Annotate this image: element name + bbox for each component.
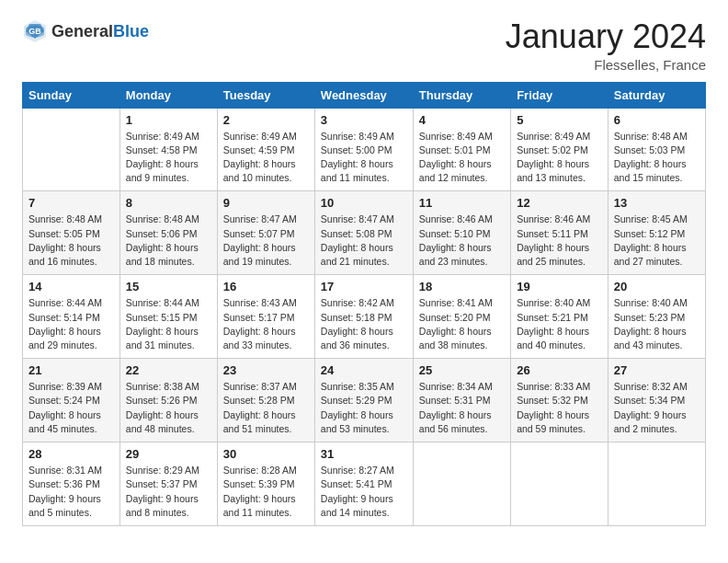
logo-blue: Blue [113, 22, 149, 40]
calendar-week-row: 1Sunrise: 8:49 AMSunset: 4:58 PMDaylight… [23, 108, 706, 191]
logo-general: General [51, 22, 113, 40]
calendar-cell: 31Sunrise: 8:27 AMSunset: 5:41 PMDayligh… [314, 442, 413, 526]
calendar-cell: 17Sunrise: 8:42 AMSunset: 5:18 PMDayligh… [314, 275, 413, 359]
day-details: Sunrise: 8:28 AMSunset: 5:39 PMDaylight:… [223, 464, 309, 520]
calendar-cell: 9Sunrise: 8:47 AMSunset: 5:07 PMDaylight… [217, 191, 314, 275]
day-number: 2 [223, 113, 309, 127]
day-number: 14 [28, 280, 114, 293]
day-number: 6 [614, 113, 700, 127]
day-number: 23 [223, 363, 309, 377]
calendar-cell: 13Sunrise: 8:45 AMSunset: 5:12 PMDayligh… [608, 191, 705, 275]
calendar-header-row: SundayMondayTuesdayWednesdayThursdayFrid… [23, 82, 706, 108]
day-number: 17 [321, 280, 407, 293]
calendar-cell [413, 442, 510, 526]
calendar-cell: 3Sunrise: 8:49 AMSunset: 5:00 PMDaylight… [314, 108, 413, 191]
calendar-week-row: 7Sunrise: 8:48 AMSunset: 5:05 PMDaylight… [23, 191, 706, 275]
day-number: 29 [126, 447, 211, 461]
day-details: Sunrise: 8:37 AMSunset: 5:28 PMDaylight:… [223, 380, 309, 436]
day-details: Sunrise: 8:48 AMSunset: 5:05 PMDaylight:… [28, 213, 114, 269]
day-number: 8 [126, 196, 211, 210]
day-number: 13 [614, 196, 700, 210]
day-number: 11 [419, 196, 505, 210]
calendar-cell [511, 442, 609, 526]
day-details: Sunrise: 8:42 AMSunset: 5:18 PMDaylight:… [321, 296, 407, 352]
calendar-cell: 7Sunrise: 8:48 AMSunset: 5:05 PMDaylight… [23, 191, 120, 275]
calendar-cell: 28Sunrise: 8:31 AMSunset: 5:36 PMDayligh… [23, 442, 120, 526]
location-title: Flesselles, France [506, 57, 706, 73]
day-number: 10 [321, 196, 407, 210]
day-details: Sunrise: 8:46 AMSunset: 5:10 PMDaylight:… [419, 213, 505, 269]
day-details: Sunrise: 8:27 AMSunset: 5:41 PMDaylight:… [321, 464, 407, 520]
day-number: 19 [517, 280, 602, 293]
calendar-cell: 25Sunrise: 8:34 AMSunset: 5:31 PMDayligh… [413, 359, 510, 442]
day-details: Sunrise: 8:46 AMSunset: 5:11 PMDaylight:… [517, 213, 602, 269]
day-details: Sunrise: 8:32 AMSunset: 5:34 PMDaylight:… [614, 380, 700, 436]
calendar-cell: 14Sunrise: 8:44 AMSunset: 5:14 PMDayligh… [23, 275, 120, 359]
svg-text:GB: GB [28, 27, 41, 36]
calendar-week-row: 28Sunrise: 8:31 AMSunset: 5:36 PMDayligh… [23, 442, 706, 526]
logo: GB GeneralBlue [22, 18, 149, 44]
calendar-cell: 5Sunrise: 8:49 AMSunset: 5:02 PMDaylight… [511, 108, 609, 191]
calendar-cell: 22Sunrise: 8:38 AMSunset: 5:26 PMDayligh… [119, 359, 217, 442]
day-details: Sunrise: 8:49 AMSunset: 4:58 PMDaylight:… [126, 130, 211, 186]
day-number: 21 [28, 363, 114, 377]
day-details: Sunrise: 8:40 AMSunset: 5:21 PMDaylight:… [517, 296, 602, 352]
calendar-cell: 19Sunrise: 8:40 AMSunset: 5:21 PMDayligh… [511, 275, 609, 359]
day-number: 16 [223, 280, 309, 293]
day-details: Sunrise: 8:43 AMSunset: 5:17 PMDaylight:… [223, 296, 309, 352]
day-number: 22 [126, 363, 211, 377]
day-details: Sunrise: 8:39 AMSunset: 5:24 PMDaylight:… [28, 380, 114, 436]
calendar-cell [608, 442, 705, 526]
day-details: Sunrise: 8:45 AMSunset: 5:12 PMDaylight:… [614, 213, 700, 269]
day-number: 5 [517, 113, 602, 127]
day-number: 4 [419, 113, 505, 127]
calendar-cell: 11Sunrise: 8:46 AMSunset: 5:10 PMDayligh… [413, 191, 510, 275]
day-details: Sunrise: 8:47 AMSunset: 5:07 PMDaylight:… [223, 213, 309, 269]
day-details: Sunrise: 8:49 AMSunset: 5:00 PMDaylight:… [321, 130, 407, 186]
logo-icon: GB [22, 18, 48, 44]
day-number: 26 [517, 363, 602, 377]
day-number: 3 [321, 113, 407, 127]
calendar-cell: 23Sunrise: 8:37 AMSunset: 5:28 PMDayligh… [217, 359, 314, 442]
calendar-cell: 16Sunrise: 8:43 AMSunset: 5:17 PMDayligh… [217, 275, 314, 359]
weekday-header: Sunday [23, 82, 120, 108]
day-details: Sunrise: 8:49 AMSunset: 5:02 PMDaylight:… [517, 130, 602, 186]
day-details: Sunrise: 8:49 AMSunset: 4:59 PMDaylight:… [223, 130, 309, 186]
day-number: 12 [517, 196, 602, 210]
day-details: Sunrise: 8:38 AMSunset: 5:26 PMDaylight:… [126, 380, 211, 436]
day-details: Sunrise: 8:41 AMSunset: 5:20 PMDaylight:… [419, 296, 505, 352]
weekday-header: Wednesday [314, 82, 413, 108]
day-number: 30 [223, 447, 309, 461]
day-details: Sunrise: 8:29 AMSunset: 5:37 PMDaylight:… [126, 464, 211, 520]
weekday-header: Tuesday [217, 82, 314, 108]
calendar-cell: 26Sunrise: 8:33 AMSunset: 5:32 PMDayligh… [511, 359, 609, 442]
calendar-cell: 2Sunrise: 8:49 AMSunset: 4:59 PMDaylight… [217, 108, 314, 191]
day-number: 1 [126, 113, 211, 127]
weekday-header: Monday [119, 82, 217, 108]
calendar-week-row: 14Sunrise: 8:44 AMSunset: 5:14 PMDayligh… [23, 275, 706, 359]
day-details: Sunrise: 8:33 AMSunset: 5:32 PMDaylight:… [517, 380, 602, 436]
calendar-cell: 24Sunrise: 8:35 AMSunset: 5:29 PMDayligh… [314, 359, 413, 442]
day-number: 20 [614, 280, 700, 293]
day-details: Sunrise: 8:49 AMSunset: 5:01 PMDaylight:… [419, 130, 505, 186]
calendar-cell: 4Sunrise: 8:49 AMSunset: 5:01 PMDaylight… [413, 108, 510, 191]
weekday-header: Thursday [413, 82, 510, 108]
day-details: Sunrise: 8:40 AMSunset: 5:23 PMDaylight:… [614, 296, 700, 352]
day-details: Sunrise: 8:35 AMSunset: 5:29 PMDaylight:… [321, 380, 407, 436]
calendar-cell: 15Sunrise: 8:44 AMSunset: 5:15 PMDayligh… [119, 275, 217, 359]
day-number: 9 [223, 196, 309, 210]
day-number: 25 [419, 363, 505, 377]
day-number: 24 [321, 363, 407, 377]
day-number: 27 [614, 363, 700, 377]
weekday-header: Saturday [608, 82, 705, 108]
day-number: 28 [28, 447, 114, 461]
page-header: GB GeneralBlue January 2024 Flesselles, … [22, 18, 706, 73]
calendar-cell: 30Sunrise: 8:28 AMSunset: 5:39 PMDayligh… [217, 442, 314, 526]
calendar-cell: 29Sunrise: 8:29 AMSunset: 5:37 PMDayligh… [119, 442, 217, 526]
calendar-cell: 12Sunrise: 8:46 AMSunset: 5:11 PMDayligh… [511, 191, 609, 275]
calendar-cell: 18Sunrise: 8:41 AMSunset: 5:20 PMDayligh… [413, 275, 510, 359]
day-details: Sunrise: 8:44 AMSunset: 5:15 PMDaylight:… [126, 296, 211, 352]
calendar-cell: 21Sunrise: 8:39 AMSunset: 5:24 PMDayligh… [23, 359, 120, 442]
calendar-cell [23, 108, 120, 191]
day-number: 31 [321, 447, 407, 461]
